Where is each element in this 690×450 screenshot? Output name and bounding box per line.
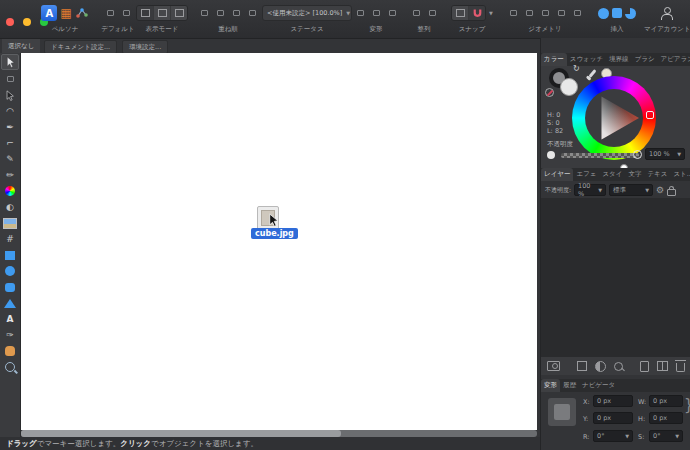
layers-list[interactable] — [541, 198, 690, 356]
insert-behind-icon[interactable] — [612, 8, 622, 18]
layers-opacity-dropdown[interactable]: 100 % ▼ — [574, 184, 606, 196]
tab-stroke[interactable]: 境界線 — [606, 53, 632, 66]
pencil-tool[interactable]: ✎ — [1, 151, 19, 167]
delete-layer-icon[interactable] — [676, 363, 685, 372]
color-triangle[interactable] — [585, 89, 643, 147]
move-backward-icon[interactable] — [230, 7, 243, 19]
node-tool[interactable] — [1, 87, 19, 103]
revert-defaults-icon[interactable] — [120, 7, 133, 19]
horizontal-scrollbar-thumb[interactable] — [21, 430, 341, 437]
status-dropdown[interactable]: <使用未設定> [100.0%] ▼ — [262, 5, 352, 21]
artboard-tool[interactable] — [1, 71, 19, 87]
hue-ring-marker[interactable] — [646, 111, 654, 119]
view-tool[interactable] — [1, 343, 19, 359]
tab-appearance[interactable]: アピアランス — [658, 53, 690, 66]
anchor-point-selector[interactable] — [548, 398, 576, 426]
fill-color-well[interactable] — [560, 78, 578, 96]
tab-text-styles[interactable]: テキス — [644, 168, 670, 181]
horizontal-scrollbar[interactable] — [21, 430, 537, 437]
group-layers-icon[interactable] — [657, 361, 668, 371]
lock-layer-icon[interactable] — [667, 189, 676, 196]
align-center-icon[interactable] — [426, 7, 439, 19]
move-tool[interactable] — [1, 54, 19, 70]
opacity-slider[interactable] — [561, 153, 639, 158]
document-canvas[interactable]: cube.jpg — [21, 53, 537, 430]
swap-fill-stroke-icon[interactable]: ↻ — [573, 64, 580, 73]
rectangle-tool[interactable] — [1, 247, 19, 263]
style-picker-tool[interactable]: ✑ — [1, 327, 19, 343]
pen-tool[interactable]: ✒ — [1, 119, 19, 135]
geometry-divide-icon[interactable] — [555, 7, 568, 19]
geometry-combine-icon[interactable] — [571, 7, 584, 19]
align-left-icon[interactable] — [410, 7, 423, 19]
new-layer-icon[interactable] — [640, 361, 649, 372]
tab-character[interactable]: 文字 — [625, 168, 644, 181]
move-forward-icon[interactable] — [214, 7, 227, 19]
place-image-tool[interactable] — [1, 215, 19, 231]
triangle-tool[interactable] — [1, 295, 19, 311]
move-to-front-icon[interactable] — [198, 7, 211, 19]
live-filter-icon[interactable] — [614, 362, 623, 371]
new-fill-layer-icon[interactable] — [577, 361, 587, 371]
insert-inside-icon[interactable] — [598, 8, 609, 19]
mask-layer-icon[interactable] — [547, 361, 560, 371]
vector-brush-tool[interactable]: ✏ — [1, 167, 19, 183]
pixel-persona-icon[interactable]: ▦ — [60, 7, 71, 19]
snap-options-icon[interactable] — [452, 6, 469, 20]
rotation-dropdown[interactable]: 0°▼ — [593, 430, 633, 442]
snap-dropdown-icon[interactable]: ▼ — [489, 10, 493, 16]
tab-layers[interactable]: レイヤー — [541, 168, 573, 181]
ellipse-tool[interactable] — [1, 263, 19, 279]
snap-magnet-icon[interactable] — [469, 6, 485, 20]
tab-navigator[interactable]: ナビゲータ — [579, 379, 618, 392]
document-settings-button[interactable]: ドキュメント設定... — [44, 40, 117, 54]
link-dimensions-icon[interactable]: } — [684, 396, 690, 414]
opacity-slider-knob[interactable] — [633, 150, 642, 159]
minimize-window-icon[interactable] — [23, 18, 31, 26]
vector-crop-tool[interactable]: # — [1, 231, 19, 247]
fill-tool[interactable] — [1, 183, 19, 199]
no-fill-icon[interactable] — [545, 88, 554, 97]
geometry-intersect-icon[interactable] — [539, 7, 552, 19]
geometry-add-icon[interactable] — [507, 7, 520, 19]
contour-tool[interactable]: ◠ — [1, 103, 19, 119]
tab-brushes[interactable]: ブラシ — [632, 53, 658, 66]
export-persona-icon[interactable] — [75, 6, 89, 20]
color-wheel[interactable] — [572, 76, 656, 160]
designer-persona-icon[interactable]: A — [41, 5, 57, 21]
zoom-tool[interactable] — [1, 359, 19, 375]
tab-stock[interactable]: スト.. — [670, 168, 690, 181]
h-input[interactable]: 0 px — [649, 412, 683, 424]
blend-mode-dropdown[interactable]: 標準 ▼ — [609, 184, 653, 196]
tab-transform[interactable]: 変形 — [541, 379, 560, 392]
view-mode-vector-icon[interactable] — [137, 6, 154, 20]
y-input[interactable]: 0 px — [593, 412, 633, 424]
adjustment-layer-icon[interactable] — [595, 361, 606, 372]
view-mode-retina-icon[interactable] — [171, 6, 187, 20]
artistic-text-tool[interactable]: A — [1, 311, 19, 327]
view-mode-pixel-icon[interactable] — [154, 6, 171, 20]
flip-vertical-icon[interactable] — [370, 7, 383, 19]
x-input[interactable]: 0 px — [593, 395, 633, 407]
tab-color[interactable]: カラー — [541, 53, 567, 66]
geometry-subtract-icon[interactable] — [523, 7, 536, 19]
insert-on-top-icon[interactable] — [625, 8, 636, 19]
opacity-value-dropdown[interactable]: 100 % ▼ — [645, 148, 685, 160]
flip-horizontal-icon[interactable] — [354, 7, 367, 19]
tab-history[interactable]: 履歴 — [560, 379, 579, 392]
tab-effects[interactable]: エフェ — [573, 168, 599, 181]
color-picker-icon[interactable] — [588, 69, 596, 78]
corner-tool[interactable]: ⌐ — [1, 135, 19, 151]
rounded-rectangle-tool[interactable] — [1, 279, 19, 295]
defaults-icon[interactable] — [104, 7, 117, 19]
blend-options-gear-icon[interactable]: ⚙ — [656, 186, 664, 195]
move-to-back-icon[interactable] — [246, 7, 259, 19]
user-account-icon[interactable] — [660, 7, 672, 19]
close-window-icon[interactable] — [6, 18, 14, 26]
transparency-tool[interactable]: ◐ — [1, 199, 19, 215]
w-input[interactable]: 0 px — [649, 395, 683, 407]
preferences-button[interactable]: 環境設定... — [122, 40, 168, 54]
shear-dropdown[interactable]: 0°▼ — [649, 430, 683, 442]
tab-styles[interactable]: スタイ — [599, 168, 625, 181]
rotate-icon[interactable] — [386, 7, 399, 19]
